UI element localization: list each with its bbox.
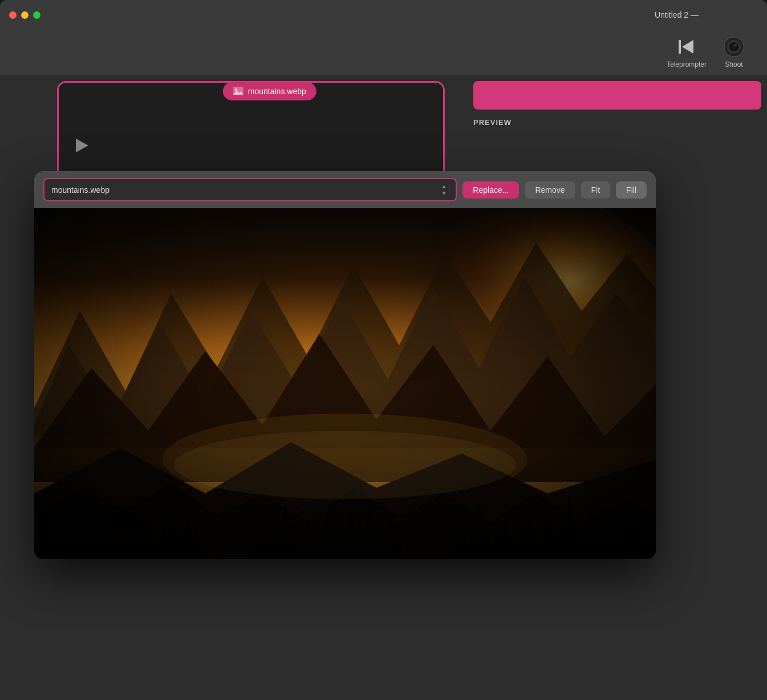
file-badge-text: mountains.webp bbox=[248, 87, 306, 96]
stepper-up: ▲ bbox=[441, 183, 447, 189]
svg-rect-5 bbox=[679, 40, 681, 54]
fit-button[interactable]: Fit bbox=[581, 181, 611, 199]
title-bar: Untitled 2 — bbox=[0, 0, 767, 30]
minimize-button[interactable] bbox=[21, 11, 29, 19]
vignette-overlay bbox=[34, 208, 656, 559]
svg-point-10 bbox=[734, 44, 737, 46]
fill-button[interactable]: Fill bbox=[616, 181, 647, 199]
mountain-image bbox=[34, 208, 656, 559]
replace-button[interactable]: Replace... bbox=[462, 181, 519, 199]
remove-button[interactable]: Remove bbox=[525, 181, 575, 199]
teleprompter-button[interactable]: Teleprompter bbox=[667, 37, 707, 68]
traffic-lights bbox=[9, 11, 40, 19]
image-badge-icon bbox=[233, 87, 244, 96]
svg-point-12 bbox=[235, 88, 237, 91]
window-title: Untitled 2 — bbox=[655, 10, 699, 19]
popup-toolbar: mountains.webp ▲ ▼ Replace... Remove Fit… bbox=[34, 171, 656, 208]
camera-icon bbox=[724, 37, 744, 57]
svg-marker-4 bbox=[682, 40, 693, 54]
shoot-button[interactable]: Shoot bbox=[724, 37, 744, 68]
maximize-button[interactable] bbox=[33, 11, 40, 19]
teleprompter-label: Teleprompter bbox=[667, 60, 707, 68]
filename-input[interactable]: mountains.webp ▲ ▼ bbox=[43, 178, 457, 201]
teleprompter-icon bbox=[676, 37, 697, 57]
svg-marker-14 bbox=[76, 139, 88, 152]
play-button[interactable] bbox=[76, 139, 88, 155]
filename-text: mountains.webp bbox=[51, 185, 109, 195]
stepper-arrows[interactable]: ▲ ▼ bbox=[441, 183, 449, 196]
file-badge: mountains.webp bbox=[223, 82, 316, 100]
close-button[interactable] bbox=[9, 11, 17, 19]
toolbar: Teleprompter Shoot bbox=[0, 30, 767, 75]
pink-action-bar[interactable] bbox=[473, 81, 761, 110]
shoot-label: Shoot bbox=[725, 60, 742, 68]
popup-caret bbox=[257, 171, 273, 172]
popup-dialog: mountains.webp ▲ ▼ Replace... Remove Fit… bbox=[34, 171, 656, 559]
preview-label: PREVIEW bbox=[473, 118, 512, 127]
stepper-down: ▼ bbox=[441, 190, 447, 196]
play-icon bbox=[76, 139, 88, 152]
